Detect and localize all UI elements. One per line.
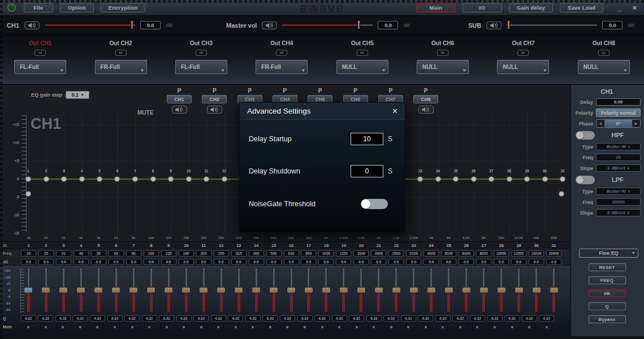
band-mute-dot[interactable] — [546, 326, 548, 328]
band-mute-dot[interactable] — [476, 326, 478, 328]
band-mute-dot[interactable] — [62, 326, 64, 328]
band-db-field[interactable]: 0.0 — [56, 259, 71, 265]
band-q-field[interactable]: 4.32 — [90, 315, 105, 321]
eq-band-dot-3[interactable] — [62, 177, 66, 181]
output-channel-name-1[interactable]: Out CH1 — [29, 40, 51, 46]
link-icon[interactable]: ∞ — [196, 50, 207, 56]
band-q-field[interactable]: 4.32 — [297, 315, 313, 321]
band-q-field[interactable]: 4.32 — [452, 315, 468, 321]
band-freq-field[interactable]: 1000 — [318, 250, 334, 257]
fader-handle-6[interactable] — [111, 287, 120, 293]
parametric-flag-ch2[interactable]: P — [213, 88, 217, 94]
band-freq-field[interactable]: 400 — [249, 250, 264, 257]
parametric-flag-ch6[interactable]: P — [353, 88, 357, 94]
band-db-field[interactable]: 0.0 — [179, 259, 194, 265]
fader-handle-24[interactable] — [427, 287, 436, 293]
band-q-field[interactable]: 4.32 — [349, 315, 364, 321]
band-q-field[interactable]: 4.32 — [401, 315, 416, 321]
band-freq-field[interactable]: 2000 — [371, 250, 386, 257]
band-q-field[interactable]: 4.32 — [470, 315, 485, 321]
band-freq-field[interactable]: 25 — [38, 250, 54, 257]
link-icon[interactable]: ∞ — [517, 50, 529, 56]
panel-button-reset[interactable]: RESET — [589, 263, 626, 271]
fader-handle-19[interactable] — [339, 287, 348, 293]
fader-handle-8[interactable] — [146, 287, 155, 293]
sub-volume-handle[interactable] — [507, 20, 510, 29]
band-q-field[interactable]: 4.32 — [366, 315, 382, 321]
eq-band-dot-6[interactable] — [115, 177, 119, 181]
band-db-field[interactable]: 0.0 — [546, 259, 561, 265]
parametric-flag-ch7[interactable]: P — [388, 88, 392, 94]
fader-handle-14[interactable] — [252, 287, 261, 293]
lpf-marker[interactable] — [559, 192, 564, 196]
band-mute-dot[interactable] — [131, 326, 133, 328]
delay-value-field[interactable]: 0.00 — [596, 98, 641, 106]
hpf-freq-field[interactable]: 20 — [596, 154, 641, 161]
fader-handle-10[interactable] — [181, 287, 191, 293]
ch1-volume-value[interactable]: 0.0 — [140, 21, 161, 29]
band-mute-dot[interactable] — [217, 326, 219, 328]
eq-band-dot-10[interactable] — [187, 177, 191, 181]
sub-mute-button[interactable] — [486, 21, 502, 29]
band-q-field[interactable]: 4.32 — [539, 315, 554, 321]
lpf-slope-select[interactable]: 6 dB/oct▾ — [596, 209, 641, 216]
eq-band-dot-25[interactable] — [453, 177, 458, 181]
eq-band-dot-7[interactable] — [133, 177, 137, 181]
band-freq-field[interactable]: 5000 — [441, 250, 456, 257]
band-freq-field[interactable]: 3150 — [406, 250, 421, 257]
menu-button-option[interactable]: Option — [60, 3, 94, 12]
band-freq-field[interactable]: 500 — [266, 250, 282, 257]
band-q-field[interactable]: 4.32 — [314, 315, 330, 321]
parametric-flag-ch1[interactable]: P — [178, 88, 181, 94]
band-db-field[interactable]: 0.0 — [109, 259, 124, 265]
band-freq-field[interactable]: 20000 — [546, 250, 561, 257]
fader-handle-9[interactable] — [164, 287, 173, 293]
band-q-field[interactable]: 4.32 — [487, 315, 503, 321]
eq-band-dot-9[interactable] — [168, 177, 173, 181]
nav-button-io[interactable]: IO — [463, 3, 502, 12]
menu-button-encryption[interactable]: Encryption — [101, 3, 146, 12]
band-db-field[interactable]: 0.0 — [476, 259, 491, 265]
band-mute-dot[interactable] — [114, 326, 116, 328]
master-volume-slider[interactable] — [282, 24, 373, 26]
band-q-field[interactable]: 4.32 — [21, 315, 36, 321]
fader-handle-20[interactable] — [357, 287, 366, 293]
band-freq-field[interactable]: 1600 — [353, 250, 369, 257]
link-icon[interactable]: ∞ — [357, 50, 368, 56]
band-freq-field[interactable]: 20 — [21, 250, 36, 257]
band-q-field[interactable]: 4.32 — [211, 315, 226, 321]
band-q-field[interactable]: 4.32 — [418, 315, 433, 321]
band-mute-dot[interactable] — [494, 326, 496, 328]
band-freq-field[interactable]: 6300 — [459, 250, 474, 257]
band-mute-dot[interactable] — [45, 326, 47, 328]
band-db-field[interactable]: 0.0 — [388, 259, 404, 265]
band-freq-field[interactable]: 250 — [214, 250, 229, 257]
fader-handle-3[interactable] — [59, 287, 68, 293]
lpf-type-select[interactable]: Butter-W▾ — [596, 188, 641, 195]
band-db-field[interactable]: 0.0 — [126, 259, 141, 265]
band-db-field[interactable]: 0.0 — [423, 259, 439, 265]
tab-mute-button-ch8[interactable] — [418, 106, 434, 114]
eq-band-dot-29[interactable] — [525, 177, 529, 181]
close-button[interactable]: × — [632, 5, 637, 11]
phase-decrement-button[interactable]: ◄ — [597, 120, 604, 127]
band-mute-dot[interactable] — [269, 326, 271, 328]
menu-button-file[interactable]: File — [24, 3, 53, 12]
output-channel-name-2[interactable]: Out CH2 — [110, 40, 132, 46]
band-freq-field[interactable]: 10000 — [494, 250, 509, 257]
fader-handle-15[interactable] — [269, 287, 278, 293]
band-db-field[interactable]: 0.0 — [38, 259, 54, 265]
band-db-field[interactable]: 0.0 — [249, 259, 264, 265]
band-mute-dot[interactable] — [373, 326, 375, 328]
band-freq-field[interactable]: 200 — [196, 250, 211, 257]
band-mute-dot[interactable] — [200, 326, 202, 328]
tab-mute-button-ch2[interactable] — [207, 106, 222, 114]
band-freq-field[interactable]: 31 — [56, 250, 71, 257]
fader-handle-4[interactable] — [76, 287, 85, 293]
hpf-marker[interactable] — [26, 192, 31, 196]
fader-handle-29[interactable] — [515, 287, 524, 293]
output-route-select-8[interactable]: NULL▾ — [578, 60, 630, 74]
parametric-flag-ch4[interactable]: P — [283, 88, 287, 94]
tab-ch8[interactable]: CH8 — [413, 95, 438, 103]
hpf-slope-select[interactable]: 6 dB/oct▾ — [596, 164, 641, 172]
